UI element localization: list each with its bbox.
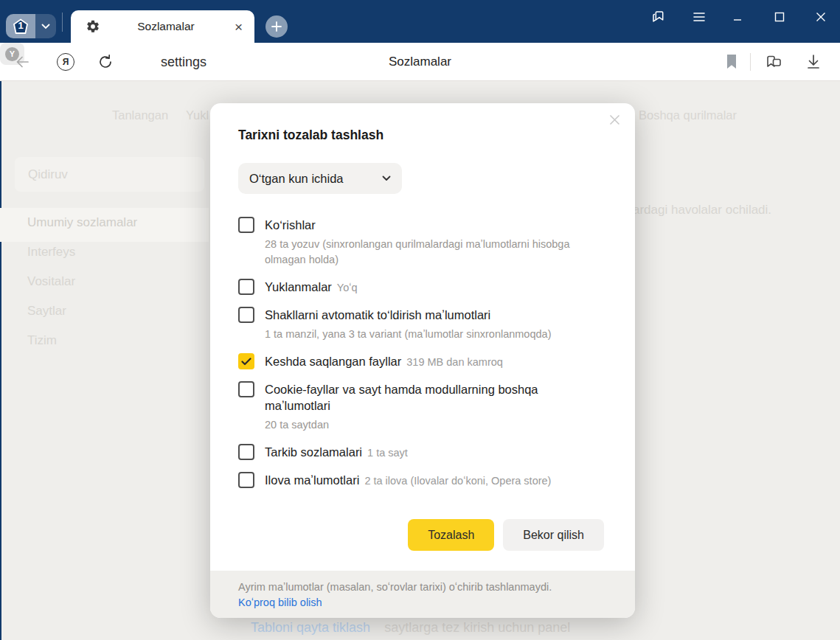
clear-item-row: Tarkib sozlamalari1 ta sayt — [238, 444, 604, 461]
sidebar-item-interfeys[interactable]: Interfeys — [27, 245, 75, 260]
clear-item-row: Shakllarni avtomatik toʻldirish maʼlumot… — [238, 307, 604, 342]
bg-bottom-row: Tabloni qayta tiklash saytlarga tez kiri… — [251, 620, 570, 636]
clear-history-dialog: Tarixni tozalab tashlash Oʻtgan kun ichi… — [210, 103, 635, 618]
checkbox-cookie[interactable] — [238, 381, 254, 397]
chevron-down-icon — [41, 24, 50, 29]
checkbox-korishlar[interactable] — [238, 217, 254, 233]
clear-item-label: Tarkib sozlamalari — [265, 445, 362, 459]
clear-item-sub: 28 ta yozuv (sinxronlangan qurilmalardag… — [265, 237, 575, 268]
clear-item-detail: Yoʻq — [337, 282, 358, 293]
search-placeholder: Qidiruv — [28, 167, 68, 182]
clear-item-label: Ilova maʼlumotlari — [265, 473, 359, 487]
learn-more-link[interactable]: Koʻproq bilib olish — [238, 596, 604, 608]
tab-list-dropdown[interactable] — [35, 14, 56, 38]
window-edge — [0, 81, 1, 640]
titlebar-divider — [62, 13, 63, 32]
footer-note: Ayrim maʼlumotlar (masalan, soʻrovlar ta… — [238, 580, 604, 595]
collections-icon — [763, 53, 784, 71]
menu-button[interactable] — [690, 8, 709, 26]
clear-item-row: Keshda saqlangan fayllar319 MB dan kamro… — [238, 353, 604, 370]
maximize-button[interactable] — [770, 8, 789, 26]
sidebar-item-vositalar[interactable]: Vositalar — [27, 274, 75, 289]
clear-item-detail: 319 MB dan kamroq — [406, 356, 503, 368]
clear-item-label: Cookie-fayllar va sayt hamda modullarnin… — [265, 383, 538, 412]
yandex-button[interactable]: Я — [55, 43, 77, 81]
clear-button[interactable]: Tozalash — [408, 519, 494, 551]
download-icon — [805, 53, 822, 71]
bookmarks-panel-icon — [650, 9, 667, 25]
check-icon — [241, 358, 251, 366]
plus-icon — [271, 21, 282, 32]
clear-item-label: Yuklanmalar — [265, 280, 332, 293]
bg-tab-yuklanmalar[interactable]: Yukl — [186, 108, 209, 122]
clear-item-detail: 2 ta ilova (Ilovalar doʻkoni, Opera stor… — [364, 475, 551, 487]
tab-close-icon[interactable]: × — [232, 20, 246, 34]
dialog-close-button[interactable] — [605, 111, 623, 128]
sidebar-item-tizim[interactable]: Tizim — [27, 333, 57, 348]
bg-tab-boshqa-qurilmalar[interactable]: Boshqa qurilmalar — [639, 108, 737, 122]
reset-tableau-caption: saytlarga tez kirish uchun panel — [384, 620, 570, 635]
checkbox-yuklanmalar[interactable] — [238, 279, 254, 295]
browser-tab-settings[interactable]: Sozlamalar × — [71, 10, 254, 43]
tab-count: 1 — [12, 20, 29, 31]
bookmark-button[interactable] — [721, 43, 742, 81]
clear-item-sub: 1 ta manzil, yana 3 ta variant (maʼlumot… — [265, 327, 551, 342]
dialog-title: Tarixni tozalab tashlash — [238, 128, 604, 143]
chevron-down-icon — [382, 175, 391, 181]
time-range-select[interactable]: Oʻtgan kun ichida — [238, 163, 402, 194]
new-tab-button[interactable] — [265, 15, 288, 38]
clear-item-row: YuklanmalarYoʻq — [238, 279, 604, 296]
dialog-footer: Ayrim maʼlumotlar (masalan, soʻrovlar ta… — [210, 571, 635, 618]
reset-tableau-link[interactable]: Tabloni qayta tiklash — [251, 620, 370, 635]
bg-tab-tanlangan[interactable]: Tanlangan — [112, 108, 168, 122]
sidebar-item-saytlar[interactable]: Saytlar — [27, 304, 66, 319]
titlebar: 1 Sozlamalar × — [0, 0, 840, 43]
tab-title: Sozlamalar — [100, 20, 232, 33]
close-icon — [813, 10, 828, 24]
cancel-button[interactable]: Bekor qilish — [503, 519, 604, 551]
settings-search-input[interactable]: Qidiruv — [15, 157, 204, 192]
checkbox-shakllar[interactable] — [238, 307, 254, 323]
address-input[interactable]: settings — [161, 43, 206, 81]
address-page-title: Sozlamalar — [0, 43, 840, 81]
minimize-button[interactable] — [729, 8, 748, 26]
checkbox-ilova[interactable] — [238, 472, 254, 488]
time-range-value: Oʻtgan kun ichida — [249, 172, 344, 186]
maximize-icon — [772, 10, 787, 24]
gear-icon — [86, 19, 100, 34]
clear-item-label: Keshda saqlangan fayllar — [265, 355, 401, 368]
bookmark-flag-icon — [725, 54, 738, 70]
clear-item-label: Shakllarni avtomatik toʻldirish maʼlumot… — [265, 308, 490, 321]
panels-button[interactable] — [649, 8, 668, 26]
checkbox-tarkib[interactable] — [238, 444, 254, 460]
address-toolbar: Я Y settings Sozlamalar — [0, 43, 840, 81]
clear-item-detail: 1 ta sayt — [367, 447, 408, 459]
refresh-button[interactable] — [94, 43, 117, 81]
clear-item-label: Koʻrishlar — [265, 218, 316, 232]
close-icon — [609, 114, 620, 125]
tab-counter-badge[interactable]: 1 — [6, 14, 35, 38]
checkbox-kesh[interactable] — [238, 353, 254, 369]
back-button[interactable] — [12, 43, 34, 81]
refresh-icon — [97, 53, 114, 71]
close-window-button[interactable] — [811, 8, 830, 26]
clear-item-row: Ilova maʼlumotlari2 ta ilova (Ilovalar d… — [238, 472, 604, 489]
back-arrow-icon — [14, 53, 32, 71]
clear-item-sub: 20 ta saytdan — [265, 417, 575, 433]
clear-item-row: Koʻrishlar 28 ta yozuv (sinxronlangan qu… — [238, 217, 604, 268]
toolbar-divider — [750, 53, 751, 71]
sidebar-item-umumiy-sozlamalar[interactable]: Umumiy sozlamalar — [27, 215, 137, 230]
hamburger-menu-icon — [692, 11, 707, 23]
clear-item-row: Cookie-fayllar va sayt hamda modullarnin… — [238, 381, 604, 433]
minimize-icon — [731, 10, 746, 24]
download-button[interactable] — [802, 43, 825, 81]
tab-counter[interactable]: 1 — [6, 14, 56, 38]
collections-button[interactable] — [761, 43, 786, 81]
bg-text-fragment: ardagi havolalar ochiladi. — [633, 203, 771, 218]
yandex-logo-icon: Я — [57, 53, 74, 71]
